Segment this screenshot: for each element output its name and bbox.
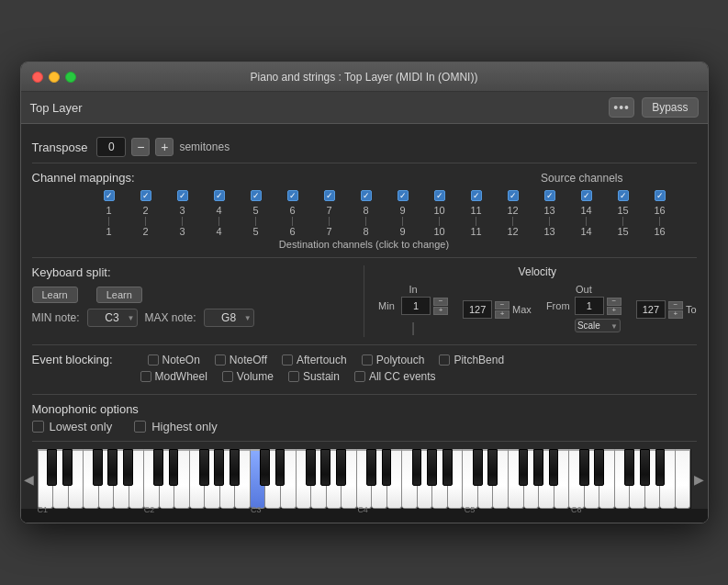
dst-num-11[interactable]: 11 [458, 226, 495, 237]
channel-checkbox-15[interactable] [618, 190, 629, 201]
black-key-21[interactable] [366, 449, 376, 486]
vel-max-minus[interactable]: − [495, 301, 510, 309]
black-key-10[interactable] [199, 449, 209, 486]
dst-num-16[interactable]: 16 [642, 226, 678, 237]
channel-checkbox-6[interactable] [287, 190, 298, 201]
transpose-value[interactable]: 0 [96, 137, 126, 157]
max-note-select-wrapper[interactable]: G8A8B8 [204, 309, 254, 327]
vel-min-plus[interactable]: + [433, 307, 448, 315]
vel-to-value[interactable]: 127 [636, 300, 666, 319]
channel-cell-7[interactable] [311, 190, 348, 203]
channel-checkbox-13[interactable] [544, 190, 555, 201]
maximize-button[interactable] [65, 72, 76, 83]
vel-min-minus[interactable]: − [433, 298, 448, 306]
channel-cell-12[interactable] [495, 190, 532, 203]
black-key-15[interactable] [275, 449, 286, 486]
black-key-12[interactable] [230, 449, 240, 486]
options-button[interactable]: ••• [609, 97, 634, 118]
black-key-17[interactable] [306, 449, 316, 486]
sustain-checkbox[interactable] [288, 371, 299, 382]
vel-max-plus[interactable]: + [495, 310, 510, 319]
piano-right-arrow[interactable]: ▶ [691, 449, 708, 509]
noteoff-checkbox[interactable] [215, 354, 226, 366]
channel-cell-8[interactable] [348, 190, 385, 203]
black-key-32[interactable] [533, 449, 543, 486]
channel-checkbox-9[interactable] [398, 190, 409, 201]
max-note-select[interactable]: G8A8B8 [204, 309, 254, 327]
lowest-only-checkbox[interactable] [32, 421, 44, 433]
channel-cell-9[interactable] [385, 190, 421, 203]
black-key-38[interactable] [624, 449, 634, 486]
black-key-1[interactable] [62, 449, 73, 486]
black-key-22[interactable] [382, 449, 392, 486]
black-key-40[interactable] [655, 449, 666, 486]
dst-num-3[interactable]: 3 [164, 226, 201, 237]
dst-num-9[interactable]: 9 [385, 226, 421, 237]
channel-checkbox-3[interactable] [177, 190, 188, 201]
bypass-button[interactable]: Bypass [642, 97, 698, 118]
channel-checkbox-10[interactable] [434, 190, 445, 201]
dst-num-4[interactable]: 4 [201, 226, 238, 237]
dest-channels-label[interactable]: Destination channels (click to change) [279, 239, 449, 250]
dst-num-6[interactable]: 6 [274, 226, 311, 237]
black-key-25[interactable] [427, 449, 437, 486]
piano-left-arrow[interactable]: ◀ [21, 449, 38, 509]
dst-num-13[interactable]: 13 [532, 226, 568, 237]
black-key-7[interactable] [153, 449, 163, 486]
transpose-plus-button[interactable]: + [155, 138, 174, 156]
channel-cell-3[interactable] [164, 190, 201, 203]
dst-num-5[interactable]: 5 [238, 226, 274, 237]
dst-num-14[interactable]: 14 [568, 226, 605, 237]
channel-cell-11[interactable] [458, 190, 495, 203]
channel-cell-2[interactable] [128, 190, 164, 203]
noteon-checkbox[interactable] [148, 354, 159, 366]
volume-checkbox[interactable] [222, 371, 233, 382]
black-key-39[interactable] [640, 449, 650, 486]
channel-cell-10[interactable] [421, 190, 458, 203]
learn-min-button[interactable]: Learn [32, 287, 78, 303]
channel-checkbox-8[interactable] [361, 190, 372, 201]
black-key-4[interactable] [107, 449, 118, 486]
channel-cell-6[interactable] [274, 190, 311, 203]
channel-cell-4[interactable] [201, 190, 238, 203]
channel-checkbox-7[interactable] [324, 190, 335, 201]
black-key-5[interactable] [123, 449, 133, 486]
vel-scale-select-wrapper[interactable]: ScaleFixedOffset [575, 319, 621, 332]
channel-checkbox-2[interactable] [140, 190, 151, 201]
vel-scale-select[interactable]: ScaleFixedOffset [575, 319, 621, 332]
dst-num-7[interactable]: 7 [311, 226, 348, 237]
vel-from-plus[interactable]: + [607, 307, 622, 315]
vel-to-minus[interactable]: − [668, 301, 683, 309]
channel-checkbox-12[interactable] [508, 190, 519, 201]
min-note-select[interactable]: C3D3E3 [87, 309, 138, 327]
dst-num-2[interactable]: 2 [128, 226, 164, 237]
black-key-0[interactable] [47, 449, 57, 486]
channel-cell-13[interactable] [532, 190, 568, 203]
vel-to-plus[interactable]: + [668, 310, 683, 319]
black-key-26[interactable] [442, 449, 453, 486]
black-key-24[interactable] [412, 449, 422, 486]
min-note-select-wrapper[interactable]: C3D3E3 [87, 309, 138, 327]
modwheel-checkbox[interactable] [140, 371, 151, 382]
learn-max-button[interactable]: Learn [96, 287, 142, 303]
black-key-36[interactable] [594, 449, 604, 486]
black-key-33[interactable] [549, 449, 559, 486]
transpose-minus-button[interactable]: − [131, 138, 150, 156]
vel-from-minus[interactable]: − [607, 298, 622, 306]
channel-checkbox-1[interactable] [104, 190, 115, 201]
channel-cell-5[interactable] [238, 190, 274, 203]
black-key-31[interactable] [519, 449, 529, 486]
channel-cell-14[interactable] [568, 190, 605, 203]
highest-only-checkbox[interactable] [134, 421, 146, 433]
black-key-8[interactable] [169, 449, 179, 486]
allcc-checkbox[interactable] [354, 371, 365, 382]
dst-num-10[interactable]: 10 [421, 226, 458, 237]
vel-min-value[interactable]: 1 [401, 297, 431, 315]
dst-num-12[interactable]: 12 [495, 226, 532, 237]
dst-num-1[interactable]: 1 [91, 226, 128, 237]
channel-checkbox-5[interactable] [251, 190, 262, 201]
black-key-14[interactable] [260, 449, 270, 486]
channel-checkbox-14[interactable] [581, 190, 592, 201]
black-key-29[interactable] [487, 449, 498, 486]
minimize-button[interactable] [49, 72, 60, 83]
